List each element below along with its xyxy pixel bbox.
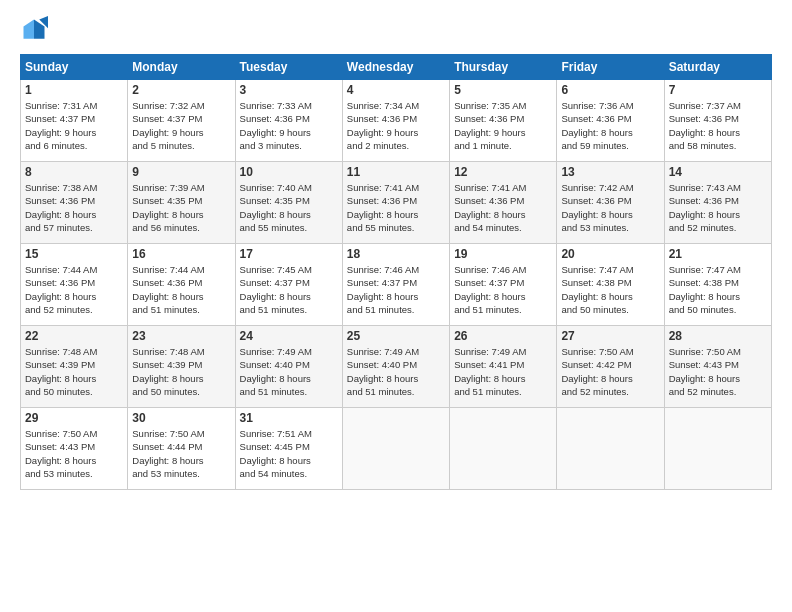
header: [20, 16, 772, 44]
calendar-week-2: 8Sunrise: 7:38 AMSunset: 4:36 PMDaylight…: [21, 162, 772, 244]
calendar-day-4: 4Sunrise: 7:34 AMSunset: 4:36 PMDaylight…: [342, 80, 449, 162]
calendar-day-31: 31Sunrise: 7:51 AMSunset: 4:45 PMDayligh…: [235, 408, 342, 490]
weekday-header-wednesday: Wednesday: [342, 55, 449, 80]
calendar-day-8: 8Sunrise: 7:38 AMSunset: 4:36 PMDaylight…: [21, 162, 128, 244]
calendar-week-4: 22Sunrise: 7:48 AMSunset: 4:39 PMDayligh…: [21, 326, 772, 408]
weekday-header-tuesday: Tuesday: [235, 55, 342, 80]
weekday-header-sunday: Sunday: [21, 55, 128, 80]
calendar-day-9: 9Sunrise: 7:39 AMSunset: 4:35 PMDaylight…: [128, 162, 235, 244]
weekday-header-saturday: Saturday: [664, 55, 771, 80]
calendar-day-28: 28Sunrise: 7:50 AMSunset: 4:43 PMDayligh…: [664, 326, 771, 408]
calendar-day-13: 13Sunrise: 7:42 AMSunset: 4:36 PMDayligh…: [557, 162, 664, 244]
weekday-header-friday: Friday: [557, 55, 664, 80]
empty-cell: [450, 408, 557, 490]
calendar-day-10: 10Sunrise: 7:40 AMSunset: 4:35 PMDayligh…: [235, 162, 342, 244]
calendar-day-22: 22Sunrise: 7:48 AMSunset: 4:39 PMDayligh…: [21, 326, 128, 408]
calendar-day-5: 5Sunrise: 7:35 AMSunset: 4:36 PMDaylight…: [450, 80, 557, 162]
calendar-day-30: 30Sunrise: 7:50 AMSunset: 4:44 PMDayligh…: [128, 408, 235, 490]
calendar-day-17: 17Sunrise: 7:45 AMSunset: 4:37 PMDayligh…: [235, 244, 342, 326]
calendar-day-25: 25Sunrise: 7:49 AMSunset: 4:40 PMDayligh…: [342, 326, 449, 408]
calendar-day-29: 29Sunrise: 7:50 AMSunset: 4:43 PMDayligh…: [21, 408, 128, 490]
calendar-day-12: 12Sunrise: 7:41 AMSunset: 4:36 PMDayligh…: [450, 162, 557, 244]
weekday-header-monday: Monday: [128, 55, 235, 80]
calendar-day-3: 3Sunrise: 7:33 AMSunset: 4:36 PMDaylight…: [235, 80, 342, 162]
calendar-day-11: 11Sunrise: 7:41 AMSunset: 4:36 PMDayligh…: [342, 162, 449, 244]
calendar-day-18: 18Sunrise: 7:46 AMSunset: 4:37 PMDayligh…: [342, 244, 449, 326]
calendar-day-15: 15Sunrise: 7:44 AMSunset: 4:36 PMDayligh…: [21, 244, 128, 326]
calendar-day-6: 6Sunrise: 7:36 AMSunset: 4:36 PMDaylight…: [557, 80, 664, 162]
logo: [20, 16, 52, 44]
calendar-day-16: 16Sunrise: 7:44 AMSunset: 4:36 PMDayligh…: [128, 244, 235, 326]
page: SundayMondayTuesdayWednesdayThursdayFrid…: [0, 0, 792, 500]
empty-cell: [664, 408, 771, 490]
calendar-week-5: 29Sunrise: 7:50 AMSunset: 4:43 PMDayligh…: [21, 408, 772, 490]
calendar-table: SundayMondayTuesdayWednesdayThursdayFrid…: [20, 54, 772, 490]
calendar-day-14: 14Sunrise: 7:43 AMSunset: 4:36 PMDayligh…: [664, 162, 771, 244]
empty-cell: [557, 408, 664, 490]
logo-icon: [20, 16, 48, 44]
weekday-header-row: SundayMondayTuesdayWednesdayThursdayFrid…: [21, 55, 772, 80]
calendar-day-26: 26Sunrise: 7:49 AMSunset: 4:41 PMDayligh…: [450, 326, 557, 408]
empty-cell: [342, 408, 449, 490]
weekday-header-thursday: Thursday: [450, 55, 557, 80]
calendar-day-27: 27Sunrise: 7:50 AMSunset: 4:42 PMDayligh…: [557, 326, 664, 408]
svg-marker-1: [24, 20, 35, 39]
calendar-week-3: 15Sunrise: 7:44 AMSunset: 4:36 PMDayligh…: [21, 244, 772, 326]
calendar-week-1: 1Sunrise: 7:31 AMSunset: 4:37 PMDaylight…: [21, 80, 772, 162]
calendar-day-20: 20Sunrise: 7:47 AMSunset: 4:38 PMDayligh…: [557, 244, 664, 326]
calendar-day-1: 1Sunrise: 7:31 AMSunset: 4:37 PMDaylight…: [21, 80, 128, 162]
calendar-day-2: 2Sunrise: 7:32 AMSunset: 4:37 PMDaylight…: [128, 80, 235, 162]
calendar-day-21: 21Sunrise: 7:47 AMSunset: 4:38 PMDayligh…: [664, 244, 771, 326]
calendar-day-7: 7Sunrise: 7:37 AMSunset: 4:36 PMDaylight…: [664, 80, 771, 162]
calendar-day-19: 19Sunrise: 7:46 AMSunset: 4:37 PMDayligh…: [450, 244, 557, 326]
calendar-day-23: 23Sunrise: 7:48 AMSunset: 4:39 PMDayligh…: [128, 326, 235, 408]
calendar-day-24: 24Sunrise: 7:49 AMSunset: 4:40 PMDayligh…: [235, 326, 342, 408]
